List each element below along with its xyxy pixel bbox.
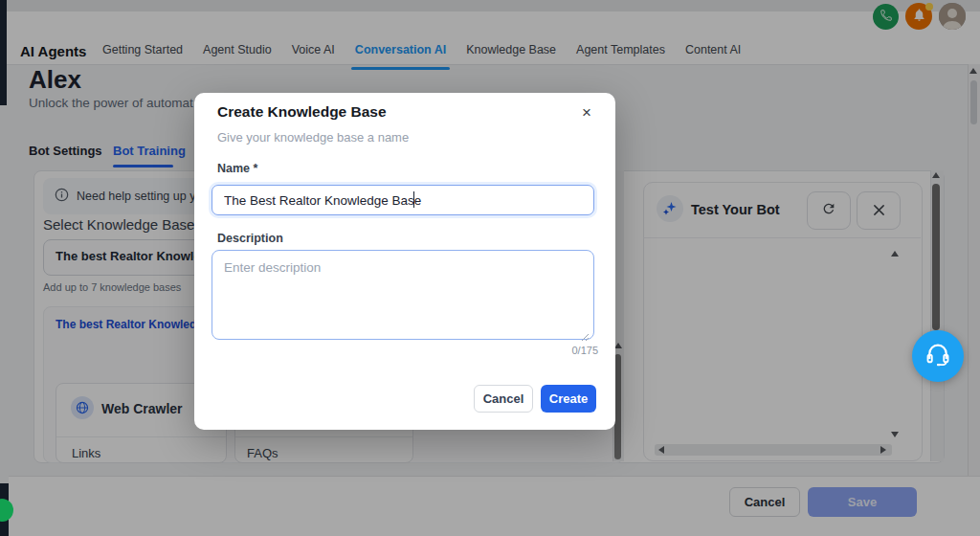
- name-label: Name *: [217, 162, 257, 175]
- description-label: Description: [217, 232, 283, 245]
- name-input[interactable]: [212, 185, 594, 215]
- app-window: AI Agents Getting Started Agent Studio V…: [0, 0, 980, 536]
- modal-title: Create Knowledge Base: [217, 103, 387, 121]
- modal-cancel-button[interactable]: Cancel: [474, 385, 533, 413]
- description-textarea[interactable]: [212, 250, 594, 340]
- char-counter: 0/175: [571, 345, 598, 356]
- modal-close-icon[interactable]: ×: [575, 101, 598, 124]
- headset-icon: [924, 340, 952, 372]
- text-cursor: [413, 191, 414, 208]
- create-kb-modal: Create Knowledge Base × Give your knowle…: [194, 93, 615, 430]
- resize-handle-icon[interactable]: [581, 328, 590, 346]
- modal-create-button[interactable]: Create: [541, 385, 596, 413]
- modal-subtitle: Give your knowledge base a name: [217, 130, 409, 145]
- support-widget-button[interactable]: [912, 330, 964, 382]
